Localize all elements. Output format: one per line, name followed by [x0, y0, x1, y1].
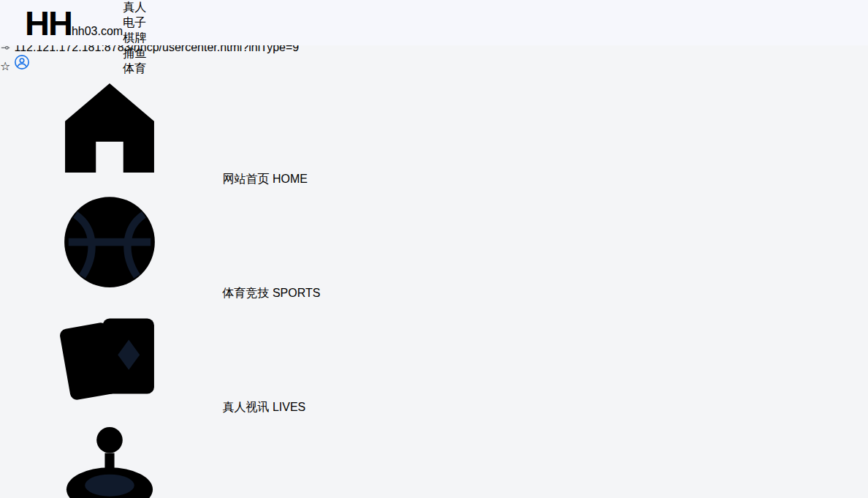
game-nav-label-en: LIVES — [273, 401, 305, 413]
game-nav-item[interactable]: 体育竞技 SPORTS — [0, 187, 868, 301]
top-nav-label: 棋牌 — [123, 31, 146, 44]
top-nav-item[interactable]: 真人 — [123, 0, 146, 15]
top-nav-label: 捕鱼 — [123, 47, 146, 59]
profile-icon[interactable] — [14, 60, 30, 72]
logo-domain: hh03.com — [72, 25, 123, 38]
game-nav-label-zh: 体育竞技 — [222, 287, 269, 299]
game-nav-item[interactable]: 网站首页 HOME — [0, 73, 868, 187]
home-icon — [0, 173, 219, 185]
top-nav-label: 电子 — [123, 16, 146, 29]
top-nav-label: 体育 — [123, 62, 146, 75]
top-nav-label: 真人 — [123, 1, 146, 13]
bookmark-star-icon[interactable]: ☆ — [0, 60, 10, 72]
game-nav-label-zh: 网站首页 — [222, 173, 269, 185]
logo-mark: HH — [25, 6, 72, 40]
site-logo[interactable]: HH hh03.com — [25, 6, 123, 40]
top-nav-item[interactable]: 体育 — [123, 61, 146, 77]
site-header: HH hh03.com 首页 彩票 真人 电子 棋牌 捕鱼 — [0, 0, 868, 45]
game-nav-item[interactable]: 真人视讯 LIVES — [0, 301, 868, 415]
game-nav-label-en: HOME — [273, 173, 308, 185]
game-navbar: 网站首页 HOME 体育竞技 SPORTS 真人视讯 LIVES 电子游艺 CA… — [0, 73, 868, 498]
game-nav-item[interactable]: 电子游艺 CASINO — [0, 415, 868, 498]
top-nav-item[interactable]: 棋牌 — [123, 31, 146, 46]
top-nav-item[interactable]: 捕鱼 — [123, 46, 146, 61]
game-nav-label-en: SPORTS — [273, 287, 321, 299]
screen: HH hh03.com 首页 彩票 真人 电子 棋牌 捕鱼 — [0, 0, 868, 498]
site-top-nav: 首页 彩票 真人 电子 棋牌 捕鱼 体育 — [123, 0, 146, 77]
basketball-icon — [0, 287, 219, 299]
cards-icon — [0, 401, 219, 413]
top-nav-item[interactable]: 电子 — [123, 15, 146, 31]
game-nav-label-zh: 真人视讯 — [222, 401, 269, 413]
